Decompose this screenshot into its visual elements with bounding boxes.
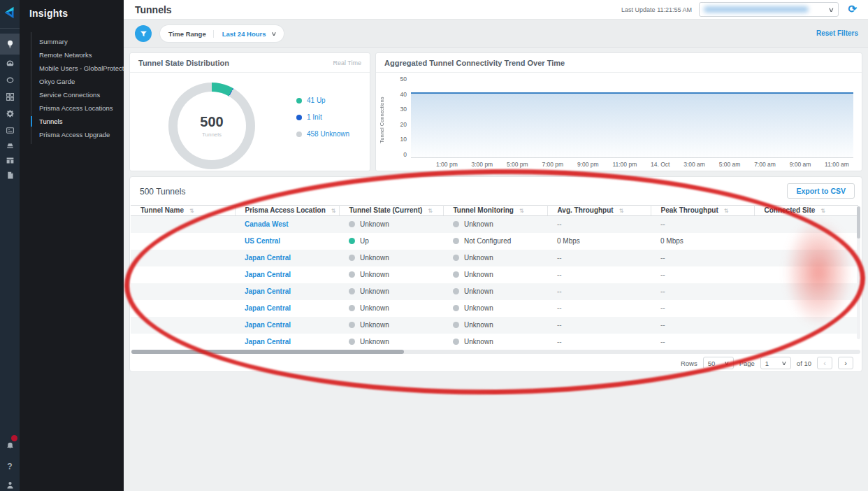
rows-per-page-select[interactable]: 50∨ [703,357,734,369]
sort-icon[interactable]: ⇅ [189,208,194,214]
tenant-selector[interactable]: ∨ [699,2,839,17]
vertical-scrollbar-thumb[interactable] [857,206,860,239]
tunnel-connectivity-trend-card: Aggregated Tunnel Connectivity Trend Ove… [375,52,862,171]
y-tick: 30 [400,106,407,113]
x-tick: 11:00 am [825,161,849,168]
sort-icon[interactable]: ⇅ [820,208,825,214]
sidebar-item-prisma-access-upgrade[interactable]: Prisma Access Upgrade [31,128,129,141]
table-row[interactable]: Japan Central Unknown Unknown -- -- [131,250,858,266]
x-tick: 3:00 am [683,161,705,168]
monitoring-dot [453,305,459,311]
page-total-label: of 10 [797,360,811,367]
prisma-logo-icon[interactable] [2,5,17,20]
donut-legend: 41 Up 1 Init 458 Unknown [296,97,349,138]
help-question-icon[interactable]: ? [0,458,20,475]
state-dot-unknown [349,339,355,345]
location-link[interactable]: Japan Central [245,321,291,329]
location-link[interactable]: Japan Central [245,338,291,346]
x-axis-ticks: 1:00 pm 3:00 pm 5:00 pm 7:00 pm 9:00 pm … [411,161,853,168]
location-link[interactable]: Japan Central [245,287,291,295]
apps-grid-icon[interactable] [0,88,20,105]
main-content: Tunnels Last Update 11:21:55 AM ∨ ⟳ Time… [124,0,868,491]
reports-doc-icon[interactable] [0,166,20,183]
sort-icon[interactable]: ⇅ [619,208,624,214]
col-header-connected-site[interactable]: Connected Site⇅ [754,206,858,216]
insights-lightbulb-icon[interactable] [0,34,20,55]
license-card-icon[interactable] [0,122,20,138]
donut-total-label: Tunnels [202,131,222,138]
last-update-text: Last Update 11:21:55 AM [621,6,692,13]
real-time-label: Real Time [333,59,361,66]
page-title: Tunnels [135,4,172,15]
settings-gear-icon[interactable] [0,105,20,122]
col-header-peak-throughput[interactable]: Peak Throughput⇅ [651,206,754,216]
filter-bar: Time Range Last 24 Hours ∨ Reset Filters [124,20,868,48]
tunnels-table: Tunnel Name⇅ Prisma Access Location⇅ Tun… [131,205,858,350]
table-row[interactable]: Canada West Unknown Unknown -- -- [131,216,858,233]
table-header-row: Tunnel Name⇅ Prisma Access Location⇅ Tun… [131,206,858,216]
state-dot-unknown [349,221,355,227]
sort-icon[interactable]: ⇅ [519,208,524,214]
y-tick: 40 [400,91,407,98]
tunnels-table-card: 500 Tunnels Export to CSV Tunnel Name⇅ P… [129,176,862,372]
trend-plot-area[interactable] [411,78,853,158]
sidebar-item-remote-networks[interactable]: Remote Networks [31,48,129,62]
col-header-state[interactable]: Tunnel State (Current)⇅ [339,206,443,216]
table-row[interactable]: Japan Central Unknown Unknown -- -- [131,283,858,300]
legend-item-unknown[interactable]: 458 Unknown [296,130,349,138]
chevron-down-icon: ∨ [781,360,787,367]
location-link[interactable]: US Central [245,237,280,245]
location-link[interactable]: Japan Central [245,254,291,262]
x-tick: 7:00 pm [542,161,563,168]
legend-dot-up [296,98,302,104]
horizontal-scrollbar-thumb[interactable] [131,350,404,354]
reset-filters-link[interactable]: Reset Filters [816,29,858,37]
table-row[interactable]: Japan Central Unknown Unknown -- -- [131,334,858,350]
col-header-tunnel-name[interactable]: Tunnel Name⇅ [131,206,235,216]
legend-item-up[interactable]: 41 Up [296,97,349,104]
sort-icon[interactable]: ⇅ [331,208,336,214]
sort-icon[interactable]: ⇅ [428,208,433,214]
state-dot-unknown [349,271,355,278]
location-link[interactable]: Japan Central [245,271,291,278]
donut-chart[interactable]: 500 Tunnels [168,83,255,169]
col-header-avg-throughput[interactable]: Avg. Throughput⇅ [547,206,651,216]
rows-label: Rows [681,360,697,367]
sort-icon[interactable]: ⇅ [724,208,729,214]
sidebar-item-tunnels[interactable]: Tunnels [31,115,129,128]
col-header-monitoring[interactable]: Tunnel Monitoring⇅ [443,206,547,216]
time-range-filter[interactable]: Time Range Last 24 Hours ∨ [160,25,284,42]
horizontal-scrollbar[interactable] [131,350,860,354]
legend-label: 458 Unknown [307,130,349,138]
sidebar-item-okyo-garde[interactable]: Okyo Garde [31,75,129,88]
time-range-value[interactable]: Last 24 Hours [214,30,272,38]
refresh-icon[interactable]: ⟳ [848,3,857,15]
legend-item-init[interactable]: 1 Init [296,113,349,121]
notifications-bell-icon[interactable] [0,437,20,454]
monitoring-dot [453,288,459,294]
sidebar-item-service-connections[interactable]: Service Connections [31,88,129,101]
dashboard-gauge-icon[interactable] [0,55,20,71]
sidebar-item-summary[interactable]: Summary [31,35,129,48]
account-person-icon[interactable] [0,476,20,491]
sidebar-item-prisma-access-locations[interactable]: Prisma Access Locations [31,101,129,115]
sase-circle-icon[interactable] [0,71,20,88]
table-row[interactable]: Japan Central Unknown Unknown -- -- [131,317,858,334]
tunnel-state-distribution-card: Tunnel State Distribution Real Time 500 … [129,52,370,171]
prev-page-button[interactable]: ‹ [817,357,832,369]
filter-funnel-button[interactable] [135,25,152,42]
vertical-scrollbar[interactable] [857,206,860,339]
monitoring-dot [453,339,459,345]
pagination: Rows 50∨ Page 1∨ of 10 ‹ › [681,357,853,369]
location-link[interactable]: Canada West [245,220,289,228]
export-to-csv-button[interactable]: Export to CSV [787,183,855,199]
state-dot-unknown [349,322,355,328]
location-link[interactable]: Japan Central [245,304,291,312]
table-row[interactable]: Japan Central Unknown Unknown -- -- [131,300,858,317]
col-header-location[interactable]: Prisma Access Location⇅ [235,206,339,216]
next-page-button[interactable]: › [838,357,853,369]
table-row[interactable]: US Central Up Not Configured 0 Mbps 0 Mb… [131,233,858,250]
page-select[interactable]: 1∨ [760,357,791,369]
sidebar-item-mobile-users[interactable]: Mobile Users - GlobalProtect [31,62,129,75]
table-row[interactable]: Japan Central Unknown Unknown -- -- [131,266,858,283]
